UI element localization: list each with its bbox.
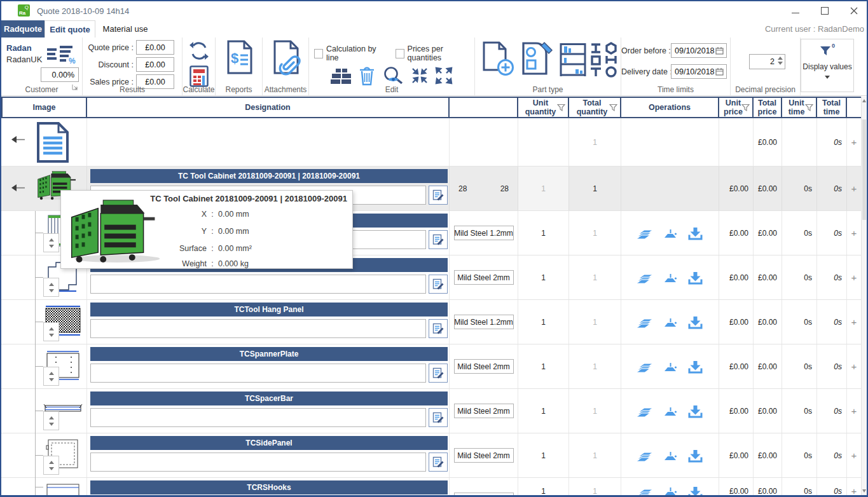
order-before-field[interactable]: 09/10/2018	[671, 43, 727, 58]
header-total-price[interactable]: Total price	[754, 98, 782, 117]
part-unit-quantity[interactable]: 1	[518, 300, 569, 344]
cut-operation-icon[interactable]	[637, 404, 653, 418]
header-unit-price[interactable]: Unit price	[719, 98, 754, 117]
customer-discount-field[interactable]: 0.00%	[41, 67, 79, 82]
bend-operation-icon[interactable]	[663, 272, 678, 283]
part-designation-bar[interactable]: TCSpannerPlate	[90, 347, 448, 361]
part-designation-bar[interactable]: TCRSHooks	[90, 480, 448, 494]
delivery-date-field[interactable]: 09/10/2018	[671, 64, 727, 79]
part-designation-bar[interactable]: TCTool Hang Panel	[90, 303, 448, 317]
edit-part-icon[interactable]	[520, 41, 555, 80]
collapse-arrow-icon[interactable]	[11, 135, 26, 144]
part-description-input[interactable]	[90, 364, 426, 383]
header-total-quantity[interactable]: Total quantity	[569, 98, 621, 117]
build-nest-icon[interactable]	[331, 66, 352, 88]
part-thumbnail[interactable]	[43, 482, 83, 496]
tab-edit-quote[interactable]: Edit quote	[45, 20, 95, 37]
material-box[interactable]: Mild Steel 1.2mm	[454, 226, 514, 240]
material-box[interactable]: Mild Steel 2mm	[454, 404, 514, 418]
reports-icon[interactable]: $	[225, 40, 254, 78]
quantity-stepper[interactable]	[43, 233, 59, 252]
discount-field[interactable]: £0.00	[136, 57, 174, 72]
part-description-input[interactable]	[90, 319, 426, 338]
bend-operation-icon[interactable]	[663, 361, 678, 372]
export-operation-icon[interactable]	[687, 315, 703, 329]
part-row[interactable]: TCSpannerPlate Mild Steel 2mm 1 1 £0.00 …	[1, 344, 861, 389]
export-operation-icon[interactable]	[687, 271, 703, 285]
header-unit-quantity[interactable]: Unit quantity	[518, 98, 569, 117]
prices-per-quantities-checkbox[interactable]	[396, 49, 404, 58]
spin-down-icon[interactable]	[778, 62, 783, 65]
collapse-all-icon[interactable]	[411, 67, 429, 87]
close-button[interactable]	[850, 7, 858, 15]
scroll-up-icon[interactable]	[862, 99, 866, 102]
part-unit-quantity[interactable]: 1	[518, 389, 569, 433]
filter-icon[interactable]	[741, 104, 750, 111]
scroll-down-icon[interactable]	[862, 489, 866, 493]
part-row[interactable]: TCSidePanel Mild Steel 2mm 1 1 £0.00 £0.…	[1, 433, 861, 478]
filter-icon[interactable]	[609, 104, 617, 111]
header-operations[interactable]: Operations	[621, 98, 719, 117]
add-operation-button[interactable]: +	[847, 433, 861, 477]
part-unit-quantity[interactable]: 1	[518, 478, 569, 496]
material-box[interactable]: Mild Steel 2mm	[454, 359, 514, 374]
part-row[interactable]: TCSpacerBar Mild Steel 2mm 1 1 £0.00 £0.…	[1, 389, 861, 433]
bend-operation-icon[interactable]	[663, 405, 678, 417]
decimal-precision-field[interactable]: 2	[749, 54, 785, 69]
search-preview-icon[interactable]	[382, 66, 404, 88]
cut-operation-icon[interactable]	[637, 226, 653, 240]
bend-operation-icon[interactable]	[663, 228, 678, 239]
expand-all-icon[interactable]	[435, 67, 453, 87]
quantity-stepper[interactable]	[43, 411, 59, 430]
add-part-icon[interactable]	[481, 41, 514, 80]
quote-price-field[interactable]: £0.00	[136, 40, 174, 55]
notes-button[interactable]	[429, 408, 448, 427]
add-operation-button[interactable]: +	[847, 389, 861, 433]
stock-shelf-icon[interactable]	[559, 42, 587, 80]
cut-operation-icon[interactable]	[637, 360, 653, 374]
header-designation[interactable]: Designation	[87, 98, 450, 117]
cut-operation-icon[interactable]	[637, 449, 653, 463]
part-unit-quantity[interactable]: 1	[518, 344, 569, 388]
quote-document-icon[interactable]	[34, 121, 71, 163]
material-box[interactable]: Mild Steel 2mm	[454, 270, 514, 285]
export-operation-icon[interactable]	[687, 449, 703, 463]
customer-discount-icon[interactable]: %	[47, 44, 76, 67]
notes-button[interactable]	[429, 364, 448, 383]
profiles-icon[interactable]	[588, 42, 617, 80]
part-row[interactable]: TCTool Hang Panel Mild Steel 1.2mm 1 1 £…	[1, 300, 861, 344]
add-operation-button[interactable]: +	[847, 118, 861, 166]
part-description-input[interactable]	[90, 275, 426, 294]
material-box[interactable]: Mild Steel 2mm	[454, 493, 514, 496]
part-unit-quantity[interactable]: 1	[518, 255, 569, 299]
export-operation-icon[interactable]	[687, 404, 703, 418]
bend-operation-icon[interactable]	[663, 317, 678, 328]
add-operation-button[interactable]: +	[847, 255, 861, 299]
quantity-stepper[interactable]	[43, 278, 59, 297]
notes-button[interactable]	[429, 453, 448, 472]
spin-up-icon[interactable]	[778, 57, 783, 60]
attachments-icon[interactable]	[272, 40, 301, 78]
add-operation-button[interactable]: +	[847, 300, 861, 344]
add-operation-button[interactable]: +	[847, 167, 861, 210]
material-box[interactable]: Mild Steel 1.2mm	[454, 315, 514, 329]
quantity-stepper[interactable]	[43, 322, 59, 341]
cut-operation-icon[interactable]	[637, 315, 653, 329]
add-operation-button[interactable]: +	[847, 344, 861, 388]
notes-button[interactable]	[429, 230, 448, 249]
header-total-time[interactable]: Total time	[817, 98, 847, 117]
cut-operation-icon[interactable]	[637, 271, 653, 285]
quantity-stepper[interactable]	[43, 456, 59, 475]
add-operation-button[interactable]: +	[847, 211, 861, 255]
part-designation-bar[interactable]: TCSidePanel	[90, 436, 448, 450]
scrollbar-thumb[interactable]	[862, 119, 866, 220]
vertical-scrollbar[interactable]	[861, 97, 867, 495]
collapse-arrow-icon[interactable]	[11, 183, 26, 193]
export-operation-icon[interactable]	[687, 226, 703, 240]
bend-operation-icon[interactable]	[663, 450, 678, 461]
tab-material-use[interactable]: Material use	[97, 20, 154, 37]
cut-operation-icon[interactable]	[637, 486, 653, 496]
part-designation-bar[interactable]: TCSpacerBar	[90, 391, 448, 405]
bend-operation-icon[interactable]	[663, 486, 678, 496]
add-operation-button[interactable]: +	[847, 478, 861, 496]
